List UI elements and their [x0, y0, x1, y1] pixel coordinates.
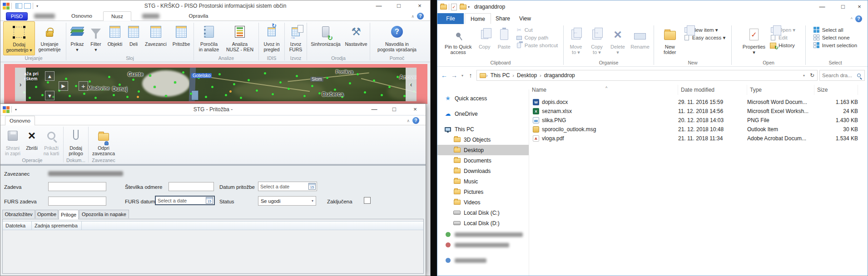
- select-all-button[interactable]: Select all: [813, 27, 857, 33]
- column-header-type[interactable]: Type: [747, 85, 814, 95]
- explorer-maximize-button[interactable]: □: [835, 1, 851, 12]
- qat-properties-icon[interactable]: ✓: [451, 4, 457, 10]
- tab-redacted-2[interactable]: [142, 14, 159, 19]
- odpri-zavezanca-button[interactable]: Odpri zavezanca: [90, 125, 117, 158]
- easy-access-button[interactable]: Easy access ▾: [684, 34, 726, 41]
- address-box[interactable]: › This PC › Desktop › draganddrop ▾ ↻: [476, 70, 818, 81]
- invert-selection-button[interactable]: Invert selection: [813, 42, 857, 49]
- analiza-nusz-ren-button[interactable]: Analiza NUSZ - REN: [223, 21, 257, 55]
- copy-button[interactable]: Copy: [475, 24, 494, 60]
- zbrisi-button[interactable]: × Zbriši: [23, 125, 41, 158]
- minimize-button[interactable]: —: [371, 0, 387, 11]
- delete-button[interactable]: × Delete ▾: [607, 24, 628, 60]
- pritozba-collapse-ribbon-icon[interactable]: ∧: [407, 118, 410, 123]
- sidebar-item-network-redacted[interactable]: [437, 255, 529, 266]
- select-none-button[interactable]: Select none: [813, 34, 857, 41]
- column-header-size[interactable]: Size: [814, 85, 858, 95]
- properties-button[interactable]: ✓ Properties ▾: [740, 24, 768, 60]
- sidebar-item-music[interactable]: Music: [437, 176, 529, 187]
- sidebar-item-downloads[interactable]: Downloads: [437, 166, 529, 176]
- qat-new-folder-icon[interactable]: [460, 5, 466, 10]
- tab-file[interactable]: File: [437, 13, 464, 24]
- urejanje-geometrije-button[interactable]: Urejanje geometrije: [35, 21, 64, 55]
- furs-datum-datepicker[interactable]: Select a date 15: [155, 196, 215, 205]
- pan-right-button[interactable]: ▶: [59, 81, 68, 91]
- column-header-name[interactable]: Name ^: [529, 85, 678, 95]
- zadeva-input[interactable]: [48, 182, 106, 191]
- tab-nusz[interactable]: Nusz: [103, 11, 131, 21]
- sidebar-item-quick-access[interactable]: ★Quick access: [437, 93, 529, 104]
- zavezanci-button[interactable]: Zavezanci: [142, 21, 170, 55]
- cut-button[interactable]: ✂Cut: [516, 27, 558, 33]
- explorer-minimize-button[interactable]: —: [814, 1, 830, 12]
- prikaz-button[interactable]: Prikaz ▾: [67, 21, 87, 55]
- file-row-dopis[interactable]: W dopis.docx 29. 11. 2016 15:59 Microsof…: [529, 98, 865, 107]
- zakljucena-checkbox[interactable]: [364, 197, 371, 204]
- tab-opombe[interactable]: Opombe: [35, 210, 58, 218]
- sidebar-item-onedrive[interactable]: ☁OneDrive: [437, 108, 529, 119]
- file-row-slika[interactable]: slika.PNG 20. 12. 2018 14:03 PNG File 1.…: [529, 116, 865, 125]
- tab-piso-app[interactable]: PISO: [6, 12, 28, 20]
- breadcrumb-desktop[interactable]: Desktop: [514, 72, 540, 79]
- forward-button[interactable]: →: [449, 72, 459, 79]
- copy-path-button[interactable]: Copy path: [516, 34, 558, 41]
- help-icon[interactable]: ?: [417, 13, 424, 20]
- up-button[interactable]: ↑: [466, 72, 476, 79]
- explorer-close-button[interactable]: ×: [852, 1, 867, 12]
- collapse-left-panel-button[interactable]: ›: [15, 68, 26, 101]
- paste-button[interactable]: Paste: [494, 24, 514, 60]
- status-dropdown[interactable]: Se ugodi ▾: [258, 196, 316, 206]
- sidebar-item-documents[interactable]: Documents: [437, 155, 529, 166]
- tab-home[interactable]: Home: [465, 13, 491, 24]
- prikazi-na-karti-button[interactable]: Prikaži na karti: [41, 125, 62, 158]
- nastavitve-button[interactable]: ⚒ Nastavitve: [343, 21, 369, 55]
- rename-button[interactable]: Rename: [628, 24, 652, 60]
- zoom-plus-button[interactable]: +: [79, 81, 88, 91]
- izvoz-furs-button[interactable]: → Izvoz FURS: [286, 21, 306, 55]
- search-box[interactable]: Search dra...: [819, 70, 865, 81]
- column-header-date-modified[interactable]: Date modified: [678, 85, 747, 95]
- file-row-sporocilo[interactable]: sporocilo_outlook.msg 21. 12. 2018 10:48…: [529, 125, 865, 134]
- file-row-vloga[interactable]: A vloga.pdf 21. 11. 2018 11:34 Adobe Acr…: [529, 134, 865, 143]
- shrani-in-zapri-button[interactable]: Shrani in zapri: [3, 125, 23, 158]
- copy-to-button[interactable]: → Copy to ▾: [586, 24, 607, 60]
- pritozba-help-icon[interactable]: ?: [412, 117, 419, 124]
- dodaj-geometrijo-button[interactable]: Dodaj geometrijo ▾: [3, 21, 35, 55]
- qat-dropdown-icon[interactable]: ▾: [468, 5, 470, 9]
- explorer-help-icon[interactable]: ?: [855, 15, 862, 22]
- sidebar-item-3d-objects[interactable]: 3D Objects: [437, 134, 529, 145]
- sidebar-item-pictures[interactable]: Pictures: [437, 187, 529, 197]
- sidebar-item-local-disk-c[interactable]: Local Disk (C:): [437, 207, 529, 218]
- pritozba-close-button[interactable]: ×: [407, 104, 423, 115]
- sidebar-item-this-pc[interactable]: This PC: [437, 124, 529, 134]
- collapse-ribbon-icon[interactable]: ∧: [411, 14, 414, 19]
- calendar-icon[interactable]: 15: [206, 197, 213, 204]
- pan-down-button[interactable]: ▼: [45, 91, 55, 100]
- tab-opravila[interactable]: Opravila: [187, 11, 210, 21]
- tab-obrazlozitev[interactable]: Obrazložitev: [2, 210, 35, 218]
- address-dropdown-icon[interactable]: ▾: [801, 74, 807, 78]
- filter-button[interactable]: Filter ▾: [87, 21, 104, 55]
- deli-button[interactable]: Deli: [125, 21, 142, 55]
- back-button[interactable]: ←: [439, 72, 449, 79]
- sidebar-item-network-drive-redacted[interactable]: [437, 240, 529, 250]
- column-zadnja-sprememba[interactable]: Zadnja sprememba: [32, 222, 82, 230]
- recent-locations-icon[interactable]: ▾: [459, 74, 466, 78]
- tab-share[interactable]: Share: [492, 13, 514, 24]
- furs-zadeva-input[interactable]: [48, 197, 106, 206]
- sidebar-item-videos[interactable]: Videos: [437, 197, 529, 207]
- tab-osnovno[interactable]: Osnovno: [69, 11, 95, 21]
- calendar-icon[interactable]: 15: [308, 183, 316, 190]
- pritozba-maximize-button[interactable]: □: [387, 104, 402, 115]
- sidebar-item-local-disk-d[interactable]: Local Disk (D:): [437, 218, 529, 228]
- close-button[interactable]: ×: [412, 0, 427, 11]
- paste-shortcut-button[interactable]: Paste shortcut: [516, 42, 558, 49]
- tab-opozorila[interactable]: Opozorila in napake: [79, 210, 129, 218]
- pan-up-button[interactable]: ▲: [45, 71, 55, 81]
- tab-view[interactable]: View: [515, 13, 536, 24]
- objekti-button[interactable]: Objekti: [104, 21, 125, 55]
- sidebar-item-desktop[interactable]: Desktop: [437, 145, 529, 155]
- collapse-ribbon-icon[interactable]: ^: [851, 17, 853, 21]
- history-button[interactable]: History: [770, 42, 795, 49]
- edit-button[interactable]: Edit: [770, 34, 795, 41]
